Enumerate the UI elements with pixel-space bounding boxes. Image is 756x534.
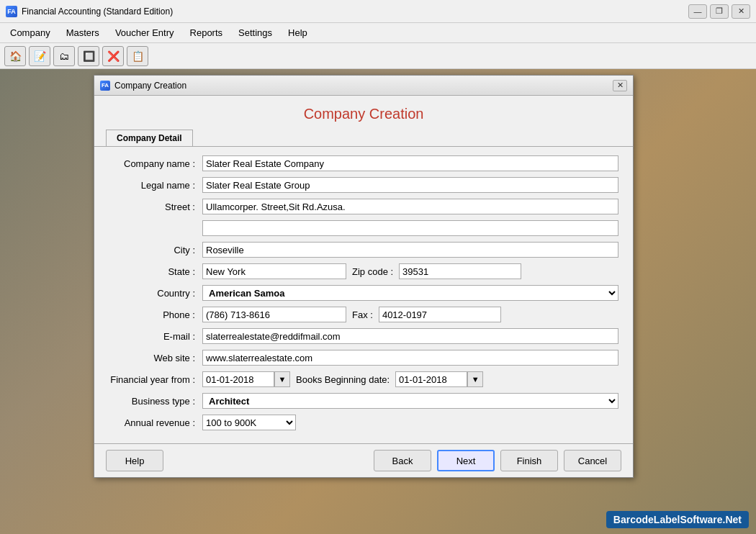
fax-input[interactable] (379, 307, 501, 322)
toolbar-edit-button[interactable]: 📝 (29, 46, 50, 66)
title-bar: FA Financial Accounting (Standard Editio… (0, 0, 756, 23)
fy-from-input[interactable] (202, 371, 274, 387)
dialog-close-button[interactable]: ✕ (613, 80, 627, 91)
zip-label: Zip code : (352, 266, 393, 277)
business-type-select[interactable]: Architect (202, 393, 618, 409)
minimize-button[interactable]: — (688, 4, 707, 19)
toolbar-folder-button[interactable]: 🗂 (53, 46, 75, 66)
state-label: State : (109, 266, 202, 277)
toolbar-delete-button[interactable]: ❌ (102, 46, 124, 66)
dialog-footer: Help Back Next Finish Cancel (94, 443, 633, 477)
street-input-1[interactable] (202, 199, 618, 214)
annual-revenue-select[interactable]: 100 to 900K (202, 415, 296, 430)
menu-help[interactable]: Help (281, 25, 315, 40)
window-controls: — ❐ ✕ (688, 4, 750, 19)
books-begin-calendar-button[interactable]: ▼ (467, 371, 483, 387)
legal-name-label: Legal name : (109, 180, 202, 191)
menu-bar: Company Masters Voucher Entry Reports Se… (0, 23, 756, 43)
city-input[interactable] (202, 242, 618, 258)
finish-button[interactable]: Finish (500, 450, 558, 471)
dialog-title-bar: FA Company Creation ✕ (94, 76, 633, 96)
books-begin-input[interactable] (395, 371, 467, 387)
menu-voucher-entry[interactable]: Voucher Entry (108, 25, 181, 40)
close-button[interactable]: ✕ (732, 4, 750, 19)
dialog-body: Company Creation Company Detail Company … (94, 96, 633, 443)
street-row1: Street : (109, 199, 618, 214)
email-label: E-mail : (109, 331, 202, 342)
legal-name-row: Legal name : (109, 177, 618, 193)
country-row: Country : American Samoa (109, 285, 618, 301)
toolbar-clipboard-button[interactable]: 📋 (127, 46, 148, 66)
state-input[interactable] (202, 263, 346, 279)
city-label: City : (109, 245, 202, 255)
watermark: BarcodeLabelSoftware.Net (606, 511, 749, 528)
website-row: Web site : (109, 350, 618, 366)
phone-fax-row: Phone : Fax : (109, 307, 618, 322)
annual-revenue-label: Annual revenue : (109, 417, 202, 428)
menu-company[interactable]: Company (3, 25, 58, 40)
zip-input[interactable] (399, 263, 521, 279)
next-button[interactable]: Next (437, 450, 495, 471)
business-type-label: Business type : (109, 396, 202, 407)
legal-name-input[interactable] (202, 177, 618, 193)
tab-company-detail[interactable]: Company Detail (106, 130, 193, 146)
back-button[interactable]: Back (374, 450, 431, 471)
form-area: Company name : Legal name : Street : (94, 146, 633, 443)
company-name-label: Company name : (109, 158, 202, 169)
main-window: FA Financial Accounting (Standard Editio… (0, 0, 756, 534)
fax-label: Fax : (352, 309, 373, 320)
toolbar-home-button[interactable]: 🏠 (4, 46, 26, 66)
content-area: BarcodeLabelSoftware.Net FA Company Crea… (0, 69, 756, 534)
country-select[interactable]: American Samoa (202, 285, 618, 301)
tab-area: Company Detail (94, 130, 633, 146)
city-row: City : (109, 242, 618, 258)
website-input[interactable] (202, 350, 618, 366)
app-title: Financial Accounting (Standard Edition) (22, 6, 688, 17)
cancel-button[interactable]: Cancel (564, 450, 621, 471)
state-zip-row: State : Zip code : (109, 263, 618, 279)
street-row2 (109, 220, 618, 236)
menu-masters[interactable]: Masters (59, 25, 107, 40)
website-label: Web site : (109, 353, 202, 363)
dialog-heading: Company Creation (94, 96, 633, 130)
fy-from-calendar-button[interactable]: ▼ (274, 371, 290, 387)
company-creation-dialog: FA Company Creation ✕ Company Creation C… (94, 75, 634, 478)
street-label: Street : (109, 202, 202, 212)
menu-settings[interactable]: Settings (231, 25, 279, 40)
country-label: Country : (109, 288, 202, 299)
email-input[interactable] (202, 328, 618, 344)
company-name-input[interactable] (202, 155, 618, 171)
maximize-button[interactable]: ❐ (710, 4, 729, 19)
phone-input[interactable] (202, 307, 346, 322)
toolbar: 🏠 📝 🗂 🔲 ❌ 📋 (0, 43, 756, 69)
help-button[interactable]: Help (106, 450, 163, 471)
dialog-icon: FA (100, 81, 110, 91)
phone-label: Phone : (109, 309, 202, 320)
books-begin-label: Books Beginning date: (296, 374, 390, 385)
fy-from-label: Financial year from : (109, 374, 202, 385)
menu-reports[interactable]: Reports (183, 25, 230, 40)
annual-revenue-row: Annual revenue : 100 to 900K (109, 415, 618, 430)
company-name-row: Company name : (109, 155, 618, 171)
fy-row: Financial year from : ▼ Books Beginning … (109, 371, 618, 387)
dialog-title-text: Company Creation (114, 81, 613, 91)
email-row: E-mail : (109, 328, 618, 344)
app-icon: FA (6, 6, 17, 17)
toolbar-grid-button[interactable]: 🔲 (78, 46, 99, 66)
business-type-row: Business type : Architect (109, 393, 618, 409)
street-input-2[interactable] (202, 220, 618, 236)
